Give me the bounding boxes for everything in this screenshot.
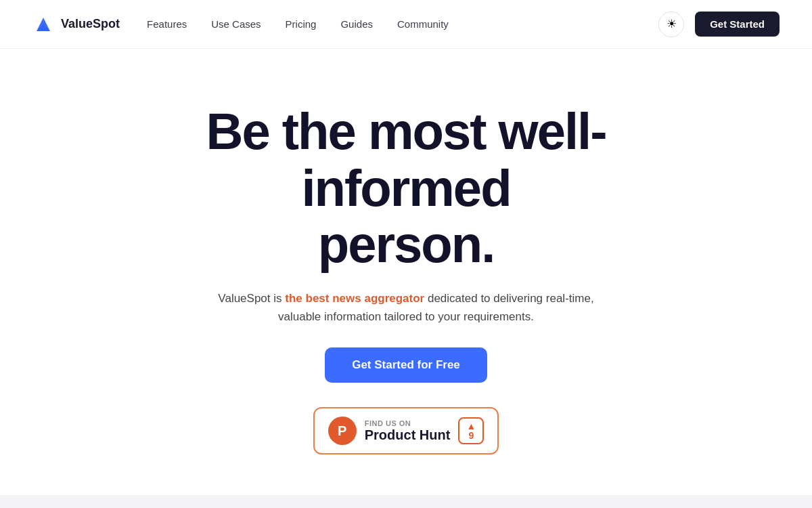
hero-cta-button[interactable]: Get Started for Free — [325, 347, 487, 383]
ph-badge-left: P FIND US ON Product Hunt — [328, 417, 451, 445]
hero-subtitle-highlight: the best news aggregator — [285, 292, 424, 305]
nav-link-pricing[interactable]: Pricing — [286, 18, 317, 30]
hero-subtitle-plain: ValueSpot is — [218, 292, 285, 305]
nav-link-guides[interactable]: Guides — [340, 18, 373, 30]
nav-link-features[interactable]: Features — [147, 18, 187, 30]
nav-item-pricing[interactable]: Pricing — [286, 18, 317, 30]
nav-link-community[interactable]: Community — [397, 18, 449, 30]
nav-links: Features Use Cases Pricing Guides Commun… — [147, 18, 449, 30]
sun-icon: ☀ — [667, 17, 677, 31]
ph-upvote-box[interactable]: ▲ 9 — [458, 417, 484, 444]
nav-item-usecases[interactable]: Use Cases — [211, 18, 261, 30]
logo-link[interactable]: ValueSpot — [32, 14, 120, 35]
hero-headline-line1: Be the most well-informed — [206, 102, 606, 217]
navbar: ValueSpot Features Use Cases Pricing Gui… — [0, 0, 812, 49]
hero-headline-line2: person. — [318, 215, 495, 273]
nav-right: ☀ Get Started — [658, 12, 780, 37]
hero-subtitle: ValueSpot is the best news aggregator de… — [210, 289, 602, 326]
theme-toggle-button[interactable]: ☀ — [658, 12, 684, 37]
nav-get-started-button[interactable]: Get Started — [695, 12, 780, 37]
ph-text: FIND US ON Product Hunt — [365, 419, 451, 443]
how-to-use-section: How to Use # apple — [0, 495, 812, 508]
brand-name: ValueSpot — [61, 17, 120, 31]
hero-section: Be the most well-informed person. ValueS… — [0, 49, 812, 495]
ph-find-label: FIND US ON — [365, 419, 451, 427]
ph-upvote-arrow-icon: ▲ — [466, 421, 476, 431]
product-hunt-badge[interactable]: P FIND US ON Product Hunt ▲ 9 — [313, 407, 499, 454]
nav-item-guides[interactable]: Guides — [340, 18, 373, 30]
ph-name: Product Hunt — [365, 427, 451, 443]
nav-link-usecases[interactable]: Use Cases — [211, 18, 261, 30]
logo-icon — [32, 14, 54, 35]
nav-left: ValueSpot Features Use Cases Pricing Gui… — [32, 14, 449, 35]
hero-headline: Be the most well-informed person. — [115, 103, 697, 273]
ph-upvote-count: 9 — [468, 431, 474, 440]
nav-item-features[interactable]: Features — [147, 18, 187, 30]
ph-logo-icon: P — [328, 417, 357, 445]
nav-item-community[interactable]: Community — [397, 18, 449, 30]
